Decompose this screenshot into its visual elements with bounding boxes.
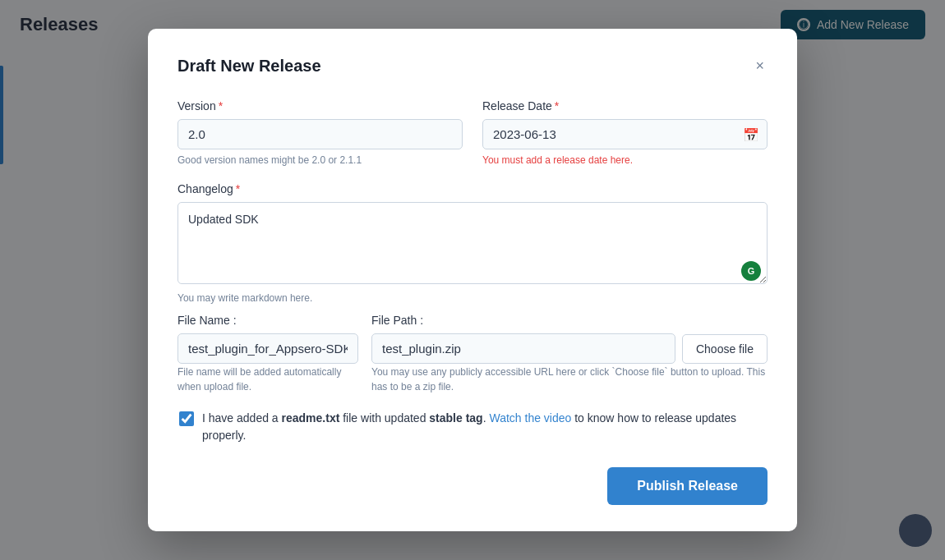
changelog-label: Changelog *	[177, 182, 768, 195]
publish-release-button[interactable]: Publish Release	[607, 467, 768, 505]
release-date-group: Release Date * 📅 You must add a release …	[482, 99, 768, 166]
file-name-label: File Name :	[177, 314, 358, 327]
file-name-group: File Name : File name will be added auto…	[177, 314, 358, 393]
watch-video-link[interactable]: Watch the video	[489, 411, 571, 425]
file-row: File Name : File name will be added auto…	[177, 314, 768, 393]
date-input-wrapper: 📅	[482, 119, 768, 149]
changelog-textarea-wrapper: Updated SDK G	[177, 202, 768, 287]
version-label: Version *	[177, 99, 463, 112]
changelog-textarea[interactable]: Updated SDK	[177, 202, 768, 284]
version-input[interactable]	[177, 119, 463, 149]
version-date-row: Version * Good version names might be 2.…	[177, 99, 768, 166]
file-path-group: File Path : Choose file You may use any …	[371, 314, 768, 393]
file-path-label: File Path :	[371, 314, 768, 327]
checkbox-label-text: I have added a readme.txt file with upda…	[202, 410, 766, 444]
version-group: Version * Good version names might be 2.…	[177, 99, 463, 166]
version-hint: Good version names might be 2.0 or 2.1.1	[177, 154, 463, 166]
release-date-hint: You must add a release date here.	[482, 154, 768, 166]
release-date-required: *	[555, 99, 559, 112]
changelog-required: *	[236, 182, 240, 195]
version-required: *	[219, 99, 223, 112]
file-path-input-row: Choose file	[371, 333, 768, 364]
modal-title: Draft New Release	[177, 57, 321, 76]
page-background: Releases ⓘ Add New Release Draft New Rel…	[0, 0, 945, 560]
file-name-hint: File name will be added automatically wh…	[177, 366, 341, 392]
draft-release-modal: Draft New Release × Version * Good versi…	[148, 29, 797, 531]
avatar	[899, 514, 932, 547]
modal-overlay: Draft New Release × Version * Good versi…	[0, 0, 945, 560]
readme-checkbox-row: I have added a readme.txt file with upda…	[177, 410, 768, 444]
file-path-input[interactable]	[371, 333, 675, 364]
choose-file-button[interactable]: Choose file	[682, 334, 768, 364]
modal-footer: Publish Release	[177, 467, 768, 505]
file-path-hint: You may use any publicly accessible URL …	[371, 366, 765, 392]
file-name-input[interactable]	[177, 333, 358, 364]
changelog-group: Changelog * Updated SDK G You may write …	[177, 182, 768, 304]
release-date-label: Release Date *	[482, 99, 768, 112]
changelog-hint: You may write markdown here.	[177, 292, 768, 304]
release-date-input[interactable]	[482, 119, 768, 149]
grammarly-icon: G	[741, 261, 761, 281]
modal-header: Draft New Release ×	[177, 55, 768, 76]
close-modal-button[interactable]: ×	[752, 55, 768, 76]
readme-checkbox[interactable]	[179, 411, 194, 426]
